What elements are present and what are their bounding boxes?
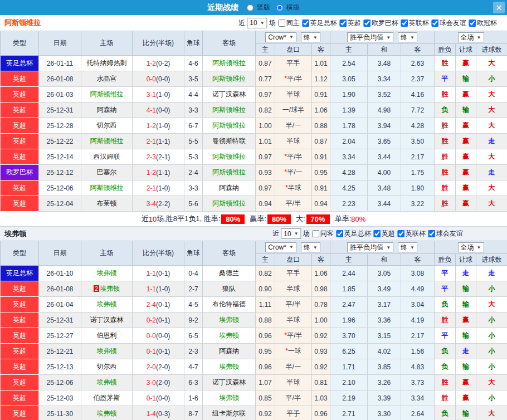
cell-score: 2-1(1-1) (133, 134, 184, 149)
same-venue-checkbox[interactable] (313, 230, 320, 237)
cell-score: 4-1(0-0) (133, 102, 184, 118)
cell-lose-odds: 1.90 (401, 180, 435, 196)
cell-score: 1-2(1-0) (133, 118, 184, 134)
cell-date: 26-01-08 (39, 281, 81, 297)
full-time-score: 2-4 (147, 301, 156, 309)
half-time-score: (1-0) (156, 184, 170, 192)
cell-handicap: 平/半 (275, 196, 312, 212)
wdl-average-select[interactable]: 胜平负均值▼ (347, 32, 393, 42)
close-icon[interactable]: ✕ (493, 2, 505, 13)
near-label: 近 (272, 229, 279, 238)
cell-handicap-result: 赢 (456, 390, 476, 406)
competition-checkbox[interactable] (337, 230, 344, 237)
home-team-name: 埃弗顿 (97, 269, 117, 277)
competition-badge: 英超 (1, 102, 39, 118)
cell-away-team: 阿斯顿维拉 (203, 165, 256, 180)
matches-tbody: 英足总杯26-01-10埃弗顿1-1(0-1)0-4桑德兰0.82平手1.062… (1, 266, 507, 420)
cell-handicap: 半/一 (275, 118, 312, 134)
half-time-score: (2-0) (156, 363, 170, 371)
filter-row: 阿斯顿维拉 近10▼场同主英足总杯英超欧罗巴杯英联杯球会友谊欧冠杯 (0, 15, 507, 31)
cell-win-odds: 3.34 (330, 149, 368, 165)
cell-corner: 2-7 (184, 281, 203, 297)
half-time-score: (0-1) (156, 270, 170, 277)
wdl-average-select[interactable]: 胜平负均值▼ (347, 242, 393, 252)
cell-date: 25-12-03 (39, 390, 81, 406)
cell-handicap-result: 赢 (456, 134, 476, 149)
summary-stat-label: 单率: (335, 214, 352, 224)
cell-score: 1-1(0-1) (133, 266, 184, 281)
cell-handicap: 半/一 (275, 359, 312, 375)
odds-final-select[interactable]: 终▼ (301, 32, 320, 42)
cell-handicap: 半球 (275, 87, 312, 102)
cell-away-team: 阿斯顿维拉 (203, 102, 256, 118)
col-result: 胜负 (435, 254, 456, 266)
odds-company-select[interactable]: Crow*▼ (265, 32, 296, 42)
cell-date: 25-12-28 (39, 118, 81, 134)
match-count-select[interactable]: 10▼ (281, 228, 301, 239)
full-time-score: 0-1 (147, 394, 156, 402)
full-match-select[interactable]: 全场▼ (458, 242, 484, 252)
full-time-score: 2-3 (147, 153, 156, 161)
competition-checkbox[interactable] (432, 19, 439, 27)
cell-odds-home: 0.95 (256, 344, 275, 359)
table-row: 英超25-12-06埃弗顿3-0(2-0)6-3诺丁汉森林1.07半球0.812… (1, 375, 507, 390)
summary-stat-label: 大: (296, 214, 305, 224)
summary-count: 10 (149, 215, 157, 223)
cell-corner: 4-7 (184, 359, 203, 375)
competition-checkbox[interactable] (303, 19, 310, 27)
vertical-layout-radio[interactable] (247, 4, 254, 11)
competition-badge: 英足总杯 (1, 266, 39, 281)
competition-checkbox[interactable] (340, 19, 347, 27)
wdl-final-select[interactable]: 终▼ (398, 242, 417, 252)
full-time-score: 1-2 (147, 122, 156, 130)
competition-checkbox[interactable] (428, 230, 436, 237)
horizontal-layout-radio[interactable] (276, 4, 283, 11)
competition-checkbox[interactable] (469, 19, 476, 27)
full-match-select[interactable]: 全场▼ (458, 32, 484, 42)
cell-score: 2-4(0-1) (133, 297, 184, 312)
cell-home-team: 托特纳姆热刺 (81, 56, 133, 71)
competition-checkbox[interactable] (364, 19, 371, 27)
cell-lose-odds: 3.73 (401, 375, 435, 390)
half-time-score: (0-1) (156, 348, 170, 355)
competition-checkbox[interactable] (374, 230, 381, 237)
competition-label: 球会友谊 (436, 229, 463, 238)
cell-result: 负 (435, 102, 456, 118)
vertical-layout-label: 竖版 (257, 3, 270, 12)
full-time-score: 3-4 (147, 200, 156, 208)
cell-lose-odds: 7.72 (401, 102, 435, 118)
odds-final-select[interactable]: 终▼ (301, 242, 320, 252)
rank-badge: 2 (94, 285, 99, 292)
cell-result: 胜 (435, 375, 456, 390)
cell-handicap: *一球 (275, 344, 312, 359)
cell-away-team: 曼彻斯特联 (203, 134, 256, 149)
cell-lose-odds: 2.64 (401, 406, 435, 420)
match-count-select[interactable]: 10▼ (247, 18, 267, 28)
away-team-name: 埃弗顿 (219, 316, 239, 324)
competition-label: 球会友谊 (440, 18, 466, 28)
competition-badge: 英足总杯 (1, 56, 39, 71)
away-team-name: 布伦特福德 (212, 300, 246, 308)
odds-company-select[interactable]: Crow*▼ (265, 242, 296, 252)
cell-odds-away: 1.06 (312, 266, 330, 281)
same-venue-checkbox[interactable] (279, 19, 286, 27)
half-time-score: (1-0) (156, 285, 170, 293)
wdl-group: 胜平负均值▼终▼ (330, 241, 435, 254)
competition-checkbox[interactable] (398, 230, 405, 237)
matches-table: 类型 日期 主场 比分(半场) 角球 客场 Crow*▼终▼ 胜平负均值▼终▼ … (0, 241, 507, 420)
col-goals: 进球数 (476, 254, 507, 266)
col-score: 比分(半场) (133, 31, 184, 56)
games-label: 场 (303, 229, 310, 238)
cell-handicap-result: 赢 (456, 312, 476, 328)
wdl-final-select[interactable]: 终▼ (398, 32, 417, 42)
home-team-name: 布莱顿 (97, 199, 117, 207)
cell-draw-odds: 3.44 (368, 196, 401, 212)
cell-handicap: 平/半 (275, 390, 312, 406)
cell-home-team: 水晶宫 (81, 71, 133, 87)
same-venue-label: 同主 (286, 18, 300, 28)
competition-checkbox[interactable] (401, 19, 408, 27)
cell-draw-odds: 3.17 (368, 297, 401, 312)
full-time-score: 4-1 (147, 106, 156, 114)
team-name: 埃弗顿 (4, 229, 26, 239)
cell-away-team: 阿斯顿维拉 (203, 71, 256, 87)
